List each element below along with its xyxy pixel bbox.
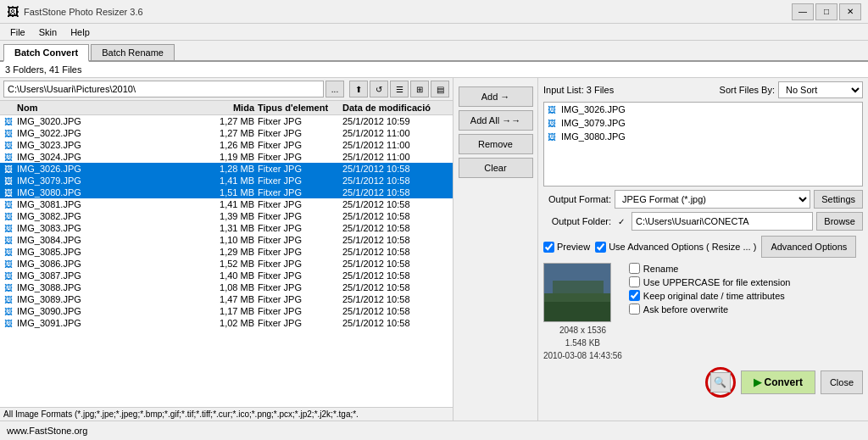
table-row[interactable]: 🖼 IMG_3024.JPG 1,19 MB Fitxer JPG 25/1/2… (0, 151, 453, 163)
output-format-select[interactable]: JPEG Format (*.jpg) (615, 190, 810, 209)
table-row[interactable]: 🖼 IMG_3082.JPG 1,39 MB Fitxer JPG 25/1/2… (0, 210, 453, 222)
tab-batch-rename[interactable]: Batch Rename (91, 44, 175, 60)
table-row[interactable]: 🖼 IMG_3083.JPG 1,31 MB Fitxer JPG 25/1/2… (0, 222, 453, 234)
table-row[interactable]: 🖼 IMG_3089.JPG 1,47 MB Fitxer JPG 25/1/2… (0, 293, 453, 305)
table-row[interactable]: 🖼 IMG_3087.JPG 1,40 MB Fitxer JPG 25/1/2… (0, 270, 453, 281)
table-row[interactable]: 🖼 IMG_3026.JPG 1,28 MB Fitxer JPG 25/1/2… (0, 163, 453, 175)
ask-overwrite-checkbox[interactable] (629, 304, 640, 315)
file-name: IMG_3080.JPG (17, 187, 198, 198)
view-grid-icon[interactable]: ⊞ (410, 81, 429, 97)
uppercase-checkbox[interactable] (629, 276, 640, 287)
file-type: Fitxer JPG (258, 306, 342, 316)
minimize-button[interactable]: — (792, 3, 814, 20)
menu-file[interactable]: File (3, 25, 32, 39)
file-icon: 🖼 (0, 176, 17, 186)
table-row[interactable]: 🖼 IMG_3086.JPG 1,52 MB Fitxer JPG 25/1/2… (0, 258, 453, 270)
uppercase-label[interactable]: Use UPPERCASE for file extension (629, 276, 863, 287)
rename-checkbox[interactable] (629, 263, 640, 274)
table-row[interactable]: 🖼 IMG_3022.JPG 1,27 MB Fitxer JPG 25/1/2… (0, 127, 453, 139)
table-row[interactable]: 🖼 IMG_3080.JPG 1,51 MB Fitxer JPG 25/1/2… (0, 187, 453, 198)
file-name: IMG_3084.JPG (17, 235, 198, 245)
preview-image-button[interactable]: 🔍 (710, 372, 731, 393)
file-icon: 🖼 (0, 164, 17, 174)
table-row[interactable]: 🖼 IMG_3023.JPG 1,26 MB Fitxer JPG 25/1/2… (0, 139, 453, 151)
input-file-icon: 🖼 (548, 105, 561, 114)
close-button[interactable]: Close (821, 370, 863, 394)
file-list[interactable]: 🖼 IMG_3020.JPG 1,27 MB Fitxer JPG 25/1/2… (0, 115, 453, 407)
file-type: Fitxer JPG (258, 199, 342, 209)
file-date: 25/1/2012 10:58 (342, 199, 453, 209)
input-list[interactable]: 🖼IMG_3026.JPG🖼IMG_3079.JPG🖼IMG_3080.JPG (543, 102, 863, 187)
path-bar: ... ⬆ ↺ ☰ ⊞ ▤ (0, 78, 453, 101)
settings-button[interactable]: Settings (814, 190, 863, 209)
file-date: 25/1/2012 10:58 (342, 294, 453, 304)
table-row[interactable]: 🖼 IMG_3091.JPG 1,02 MB Fitxer JPG 25/1/2… (0, 317, 453, 329)
file-type: Fitxer JPG (258, 235, 342, 245)
convert-button[interactable]: ▶ Convert (741, 370, 815, 394)
preview-size: 1.548 KB (543, 338, 622, 348)
close-window-button[interactable]: ✕ (839, 3, 861, 20)
file-date: 25/1/2012 10:58 (342, 164, 453, 174)
tab-batch-convert[interactable]: Batch Convert (3, 44, 89, 62)
table-row[interactable]: 🖼 IMG_3084.JPG 1,10 MB Fitxer JPG 25/1/2… (0, 234, 453, 246)
ask-overwrite-label[interactable]: Ask before overwrite (629, 304, 863, 315)
clear-button[interactable]: Clear (459, 158, 533, 178)
maximize-button[interactable]: □ (815, 3, 837, 20)
file-name: IMG_3083.JPG (17, 223, 198, 233)
list-item[interactable]: 🖼IMG_3080.JPG (544, 130, 862, 143)
preview-section: 2048 x 1536 1.548 KB 2010-03-08 14:43:56… (538, 259, 868, 364)
file-type: Fitxer JPG (258, 282, 342, 292)
advanced-options-button[interactable]: Advanced Options (761, 236, 856, 258)
path-input[interactable] (3, 81, 324, 97)
file-list-header: Nom Mida Tipus d'element Data de modific… (0, 101, 453, 115)
table-row[interactable]: 🖼 IMG_3088.JPG 1,08 MB Fitxer JPG 25/1/2… (0, 281, 453, 293)
preview-checkbox[interactable] (543, 242, 554, 253)
file-size: 1,47 MB (198, 294, 258, 304)
file-name: IMG_3023.JPG (17, 140, 198, 150)
menu-skin[interactable]: Skin (32, 25, 64, 39)
file-type: Fitxer JPG (258, 164, 342, 174)
add-all-button[interactable]: Add All →→ (459, 110, 533, 131)
file-type: Fitxer JPG (258, 187, 342, 198)
list-item[interactable]: 🖼IMG_3026.JPG (544, 103, 862, 116)
menu-help[interactable]: Help (64, 25, 97, 39)
sort-select[interactable]: No Sort Name Date Size (778, 81, 863, 98)
rename-label[interactable]: Rename (629, 263, 863, 274)
advanced-options-checkbox[interactable] (595, 242, 606, 253)
table-row[interactable]: 🖼 IMG_3079.JPG 1,41 MB Fitxer JPG 25/1/2… (0, 175, 453, 187)
file-date: 25/1/2012 10:58 (342, 318, 453, 328)
file-name: IMG_3081.JPG (17, 199, 198, 209)
preview-checkbox-label[interactable]: Preview (543, 242, 590, 253)
keep-date-checkbox[interactable] (629, 290, 640, 301)
file-date: 25/1/2012 10:58 (342, 235, 453, 245)
list-item[interactable]: 🖼IMG_3079.JPG (544, 116, 862, 130)
advanced-options-checkbox-label[interactable]: Use Advanced Options ( Resize ... ) (595, 242, 756, 253)
file-date: 25/1/2012 10:58 (342, 223, 453, 233)
svg-rect-4 (544, 302, 611, 322)
file-date: 25/1/2012 10:58 (342, 247, 453, 257)
remove-button[interactable]: Remove (459, 134, 533, 154)
refresh-icon[interactable]: ↺ (370, 81, 388, 97)
file-type: Fitxer JPG (258, 294, 342, 304)
table-row[interactable]: 🖼 IMG_3085.JPG 1,29 MB Fitxer JPG 25/1/2… (0, 246, 453, 258)
preview-dimensions: 2048 x 1536 (543, 326, 622, 335)
keep-date-label[interactable]: Keep original date / time attributes (629, 290, 863, 301)
table-row[interactable]: 🖼 IMG_3020.JPG 1,27 MB Fitxer JPG 25/1/2… (0, 115, 453, 127)
table-row[interactable]: 🖼 IMG_3090.JPG 1,17 MB Fitxer JPG 25/1/2… (0, 305, 453, 317)
browse-folder-button[interactable]: Browse (816, 212, 863, 231)
table-row[interactable]: 🖼 IMG_3081.JPG 1,41 MB Fitxer JPG 25/1/2… (0, 198, 453, 210)
folder-up-icon[interactable]: ⬆ (349, 81, 368, 97)
view-list-icon[interactable]: ☰ (390, 81, 409, 97)
browse-path-button[interactable]: ... (326, 81, 344, 97)
add-button[interactable]: Add → (459, 86, 533, 107)
preview-left: 2048 x 1536 1.548 KB 2010-03-08 14:43:56 (543, 263, 622, 360)
view-details-icon[interactable]: ▤ (431, 81, 449, 97)
menubar: File Skin Help (0, 24, 868, 41)
output-folder-input[interactable] (632, 212, 813, 231)
input-file-name: IMG_3079.JPG (561, 118, 626, 128)
file-size: 1,51 MB (198, 187, 258, 198)
file-name: IMG_3086.JPG (17, 259, 198, 269)
file-date: 25/1/2012 10:58 (342, 259, 453, 269)
input-file-name: IMG_3080.JPG (561, 131, 626, 142)
file-size: 1,10 MB (198, 235, 258, 245)
